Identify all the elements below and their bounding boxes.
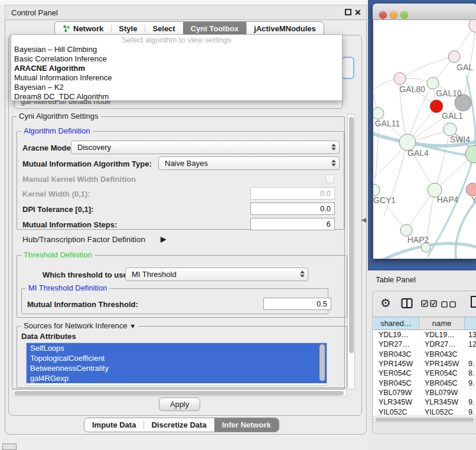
cell-name[interactable]: YLR345W [419, 397, 465, 407]
table-row[interactable]: YBR043C YBR043C [373, 350, 476, 359]
cell-shared-name[interactable]: YBR045C [373, 378, 419, 387]
tab-jactivemnodules[interactable]: jActiveMNodules [246, 22, 324, 35]
select-all-checkboxes-icon[interactable] [421, 300, 438, 308]
deselect-all-checkboxes-icon[interactable] [441, 301, 457, 308]
close-icon[interactable]: ✕ [354, 6, 361, 18]
cell-name[interactable]: YDR27… [419, 340, 465, 349]
list-item[interactable]: BetweennessCentrality [27, 363, 327, 373]
list-item[interactable]: TopologicalCoefficient [27, 353, 327, 363]
cell-shared-name[interactable]: YDR27… [373, 340, 419, 349]
aracne-mode-select[interactable]: Discovery [71, 141, 340, 154]
algorithm-option[interactable]: ARACNE Algorithm [11, 64, 342, 73]
table-row[interactable]: YER054C YER054C 8. [373, 369, 476, 378]
node[interactable] [469, 20, 476, 32]
list-item[interactable]: gal4RGexp [27, 373, 327, 383]
file-icon[interactable] [470, 295, 476, 308]
minimized-panel-icon[interactable] [2, 444, 17, 450]
cell-shared-name[interactable]: YDL19… [373, 330, 419, 340]
algorithm-option[interactable]: Basic Correlation Inference [11, 54, 342, 64]
node-hap2[interactable] [400, 224, 412, 236]
close-window-icon[interactable] [379, 11, 387, 19]
column-header-shared-name[interactable]: shared… [373, 317, 419, 330]
cell-name[interactable]: YBL079W [419, 388, 465, 397]
cell-shared-name[interactable]: YLR345W [373, 397, 419, 407]
cell-shared-name[interactable]: YPR145W [373, 359, 419, 369]
tab-cyni-toolbox[interactable]: Cyni Toolbox [183, 22, 246, 35]
settings-horizontal-scrollbar[interactable] [12, 389, 347, 397]
table-row[interactable]: YBR045C YBR045C 9. [373, 378, 476, 387]
cell-value[interactable] [465, 350, 476, 359]
algorithm-option[interactable]: Dream8 DC_TDC Algorithm [11, 92, 342, 102]
cell-name[interactable]: YER054C [419, 369, 465, 378]
node-label: GAL80 [399, 84, 425, 94]
network-canvas[interactable]: GAL GAL80 GAL10 GAL1 GAL11 SWI4 GAL4 GCY… [373, 20, 476, 259]
field-value: 0.0 [320, 189, 331, 198]
table-row[interactable]: YIL052C YIL052C 9. [373, 407, 476, 416]
expand-arrow-icon[interactable]: ▶ [161, 235, 166, 243]
tab-infer-network[interactable]: Infer Network [214, 418, 279, 432]
cell-shared-name[interactable]: YIL052C [373, 407, 419, 416]
cell-name[interactable]: YPR145W [419, 359, 465, 369]
cell-shared-name[interactable]: YBL079W [373, 388, 419, 397]
algorithm-option[interactable]: Mutual Information Inference [11, 73, 342, 83]
column-header-clipped[interactable] [465, 317, 476, 330]
collapse-arrow-icon[interactable]: ▼ [129, 322, 136, 330]
cell-value[interactable]: 13 [465, 330, 476, 340]
splitter-arrow-icon[interactable] [361, 217, 367, 223]
algorithm-option[interactable]: Bayesian – K2 [11, 83, 342, 92]
node-gal80[interactable] [394, 73, 406, 84]
node-salmon[interactable] [466, 183, 476, 196]
node-gal1-selected[interactable] [430, 100, 443, 113]
cell-shared-name[interactable]: YBR043C [373, 350, 419, 359]
cell-value[interactable] [465, 388, 476, 397]
cell-value[interactable]: 8. [465, 369, 476, 378]
mi-threshold-field[interactable]: 0.5 [263, 298, 331, 310]
columns-icon[interactable] [401, 298, 413, 309]
mi-type-select[interactable]: Naive Bayes [158, 156, 340, 170]
cell-name[interactable]: YBR045C [419, 378, 465, 387]
node-gal11[interactable] [373, 107, 384, 119]
column-header-name[interactable]: name [419, 317, 465, 330]
algorithm-select-prompt: Select algorithm to view settings [11, 35, 342, 45]
cell-shared-name[interactable]: YER054C [373, 369, 419, 378]
tab-impute-data[interactable]: Impute Data [84, 418, 144, 432]
cell-name[interactable]: YDL19… [419, 330, 465, 340]
tab-network[interactable]: Network [55, 22, 111, 35]
cell-value[interactable]: 9. [465, 407, 476, 416]
table-row[interactable]: YPR145W YPR145W 9. [373, 359, 476, 369]
network-window-titlebar[interactable] [373, 4, 476, 20]
cell-value[interactable]: 9. [465, 359, 476, 369]
mi-steps-field[interactable]: 6 [250, 218, 335, 230]
node-gcy1[interactable] [373, 184, 380, 196]
node-swi4[interactable] [444, 123, 457, 136]
tab-select[interactable]: Select [145, 22, 182, 35]
cell-name[interactable]: YIL052C [419, 407, 465, 416]
node-gal10[interactable] [427, 77, 439, 89]
settings-vertical-scrollbar[interactable] [347, 114, 355, 389]
gear-icon[interactable]: ⚙ [380, 296, 391, 310]
table-horizontal-scrollbar[interactable] [373, 416, 476, 423]
zoom-window-icon[interactable] [400, 11, 408, 19]
kernel-width-field[interactable]: 0.0 [250, 187, 335, 200]
attributes-scrollbar[interactable] [319, 344, 325, 381]
table-row[interactable]: YDL19… YDL19… 13 [373, 330, 476, 340]
dpi-tolerance-field[interactable]: 0.0 [250, 203, 335, 215]
manual-kernel-width-checkbox[interactable] [325, 174, 334, 183]
list-item[interactable]: SelfLoops [27, 343, 327, 353]
cell-value[interactable]: 9. [465, 397, 476, 407]
cell-value[interactable]: 12 [465, 340, 476, 349]
table-row[interactable]: YDR27… YDR27… 12 [373, 340, 476, 349]
node-big-green[interactable] [465, 145, 476, 163]
table-row[interactable]: YBL079W YBL079W [373, 388, 476, 397]
apply-button[interactable]: Apply [159, 397, 200, 411]
which-threshold-select[interactable]: MI Threshold [125, 268, 308, 281]
algorithm-option[interactable]: Bayesian – Hill Climbing [11, 45, 342, 54]
table-row[interactable]: YLR345W YLR345W 9. [373, 397, 476, 407]
tab-discretize-data[interactable]: Discretize Data [144, 418, 214, 432]
minimize-window-icon[interactable] [390, 11, 397, 19]
node-gal-clipped[interactable] [448, 51, 460, 63]
cell-name[interactable]: YBR043C [419, 350, 465, 359]
tab-style[interactable]: Style [111, 22, 145, 35]
cell-value[interactable]: 9. [465, 378, 476, 387]
float-panel-icon[interactable] [345, 9, 351, 15]
